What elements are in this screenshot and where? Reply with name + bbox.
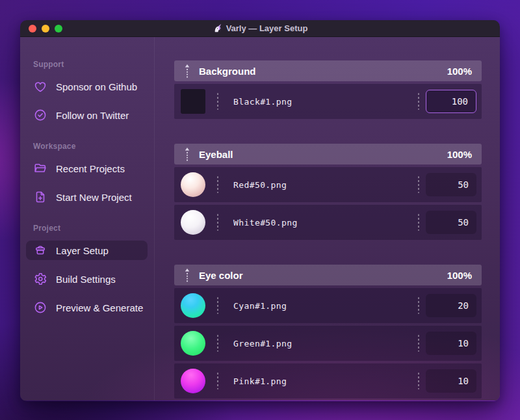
sidebar-item-label: Sponsor on Github bbox=[56, 81, 137, 92]
sidebar-item-sponsor-github[interactable]: Sponsor on Github bbox=[26, 77, 148, 96]
drag-handle-icon[interactable] bbox=[184, 148, 190, 161]
close-button[interactable] bbox=[29, 25, 36, 33]
layer-row[interactable]: Cyan#1.png bbox=[174, 288, 482, 323]
sidebar-section-support: Support Sponsor on Github Follow on Twit… bbox=[20, 60, 154, 125]
divider bbox=[418, 373, 419, 389]
gear-icon bbox=[33, 272, 47, 286]
sidebar-item-follow-twitter[interactable]: Follow on Twitter bbox=[26, 105, 148, 125]
section-label: Workspace bbox=[33, 142, 154, 151]
layer-filename: White#50.png bbox=[233, 218, 298, 228]
traffic-lights bbox=[29, 25, 62, 33]
divider bbox=[217, 214, 218, 231]
layers-panel: Background 100% Black#1.png bbox=[155, 37, 500, 400]
divider bbox=[418, 176, 419, 193]
layer-row[interactable]: White#50.png bbox=[174, 205, 482, 240]
badge-check-icon bbox=[33, 108, 47, 122]
layer-group-background: Background 100% Black#1.png bbox=[174, 60, 482, 119]
layer-row[interactable]: Pink#1.png bbox=[174, 363, 482, 399]
layer-thumbnail bbox=[181, 331, 205, 356]
layer-group-header[interactable]: Eyeball 100% bbox=[174, 144, 482, 164]
divider bbox=[217, 373, 218, 389]
divider bbox=[418, 93, 419, 110]
divider bbox=[217, 297, 218, 314]
layer-group-title: Background bbox=[199, 66, 256, 77]
folder-open-icon bbox=[33, 161, 47, 176]
divider bbox=[418, 214, 419, 231]
layer-row[interactable]: Red#50.png bbox=[174, 167, 482, 202]
layer-thumbnail bbox=[181, 89, 205, 114]
minimize-button[interactable] bbox=[42, 25, 49, 33]
divider bbox=[418, 297, 419, 314]
layer-group-header[interactable]: Background 100% bbox=[174, 60, 482, 81]
layer-weight-input[interactable] bbox=[426, 369, 476, 393]
drag-handle-icon[interactable] bbox=[184, 269, 190, 282]
sidebar-item-preview-generate[interactable]: Preview & Generate bbox=[26, 298, 148, 317]
layer-thumbnail bbox=[181, 369, 205, 393]
layer-box-icon bbox=[33, 243, 47, 257]
layer-row[interactable]: Black#1.png bbox=[174, 84, 482, 119]
layer-filename: Green#1.png bbox=[233, 339, 292, 348]
layer-filename: Pink#1.png bbox=[233, 376, 287, 386]
play-circle-icon bbox=[33, 300, 47, 315]
sidebar-item-layer-setup[interactable]: Layer Setup bbox=[26, 241, 148, 260]
sidebar-item-label: Layer Setup bbox=[56, 245, 109, 256]
layer-group-header[interactable]: Eye color 100% bbox=[174, 265, 482, 285]
divider bbox=[217, 176, 218, 193]
sidebar-item-label: Build Settings bbox=[56, 274, 116, 285]
sidebar-section-project: Project Layer Setup Build Settings bbox=[20, 224, 154, 317]
layer-weight-input[interactable] bbox=[426, 211, 476, 234]
heart-icon bbox=[33, 79, 47, 94]
layer-group-title: Eye color bbox=[199, 270, 243, 281]
layer-weight-input[interactable] bbox=[426, 173, 476, 196]
sidebar-item-label: Recent Projects bbox=[56, 163, 125, 174]
divider bbox=[418, 335, 419, 352]
layer-thumbnail bbox=[181, 172, 205, 197]
divider bbox=[217, 335, 218, 352]
layer-weight-input[interactable] bbox=[426, 90, 476, 113]
window-body: Support Sponsor on Github Follow on Twit… bbox=[20, 37, 500, 400]
desktop-wallpaper: Varly — Layer Setup Support Sponsor on G… bbox=[0, 0, 520, 420]
sidebar: Support Sponsor on Github Follow on Twit… bbox=[20, 37, 155, 400]
app-window: Varly — Layer Setup Support Sponsor on G… bbox=[20, 20, 500, 401]
sidebar-item-label: Preview & Generate bbox=[56, 302, 143, 313]
layer-group-opacity: 100% bbox=[447, 66, 472, 77]
sidebar-item-label: Start New Project bbox=[56, 192, 132, 203]
sidebar-item-recent-projects[interactable]: Recent Projects bbox=[26, 159, 148, 178]
window-titlebar: Varly — Layer Setup bbox=[20, 20, 500, 37]
zoom-button[interactable] bbox=[55, 25, 62, 33]
layer-weight-input[interactable] bbox=[426, 294, 476, 317]
window-title: Varly — Layer Setup bbox=[226, 23, 308, 33]
unicorn-icon bbox=[213, 23, 222, 33]
layer-thumbnail bbox=[181, 293, 205, 318]
section-label: Project bbox=[33, 224, 154, 233]
layer-filename: Black#1.png bbox=[233, 97, 292, 107]
layer-group-eye-color: Eye color 100% Cyan#1.png Green#1.png bbox=[174, 265, 482, 399]
drag-handle-icon[interactable] bbox=[184, 64, 190, 78]
layer-group-opacity: 100% bbox=[447, 270, 472, 281]
window-title-wrap: Varly — Layer Setup bbox=[213, 23, 308, 33]
file-plus-icon bbox=[33, 190, 47, 204]
layer-group-opacity: 100% bbox=[447, 149, 472, 160]
layer-row[interactable]: Green#1.png bbox=[174, 326, 482, 361]
sidebar-item-label: Follow on Twitter bbox=[56, 110, 129, 121]
sidebar-item-start-new-project[interactable]: Start New Project bbox=[26, 187, 148, 207]
sidebar-item-build-settings[interactable]: Build Settings bbox=[26, 269, 148, 289]
divider bbox=[217, 93, 218, 110]
layer-group-eyeball: Eyeball 100% Red#50.png White#50.png bbox=[174, 144, 482, 240]
layer-thumbnail bbox=[181, 210, 205, 235]
layer-filename: Cyan#1.png bbox=[233, 301, 287, 311]
layer-group-title: Eyeball bbox=[199, 149, 233, 160]
layer-weight-input[interactable] bbox=[426, 332, 476, 355]
layer-filename: Red#50.png bbox=[233, 180, 287, 190]
section-label: Support bbox=[33, 60, 154, 69]
sidebar-section-workspace: Workspace Recent Projects Start New Proj… bbox=[20, 142, 154, 207]
